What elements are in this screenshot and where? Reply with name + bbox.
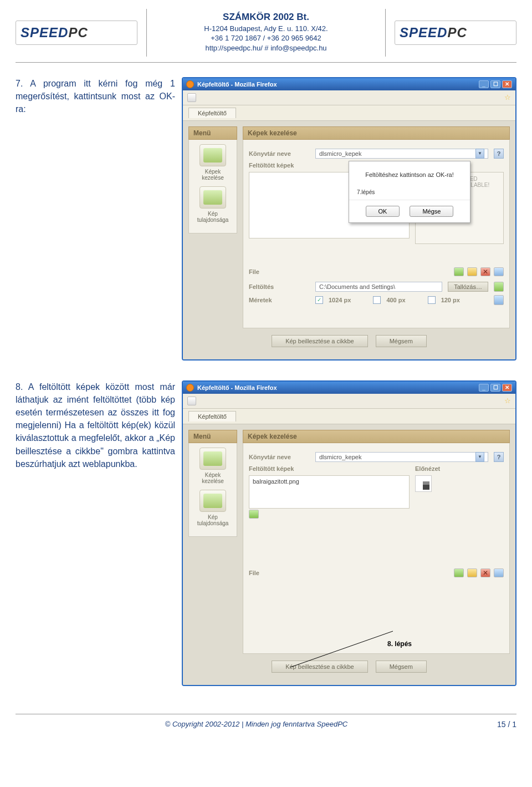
dialog-step-label: 7.lépés: [357, 189, 462, 195]
company-name: SZÁMKÖR 2002 Bt.: [152, 11, 380, 24]
directory-select[interactable]: dlsmicro_kepek ▼: [315, 149, 488, 159]
company-web: http://speedpc.hu/ # info@speedpc.hu: [152, 43, 380, 53]
copyright: © Copyright 2002-2012 | Minden jog fennt…: [165, 720, 348, 728]
page-number: 15 / 1: [497, 720, 516, 729]
label-directory: Könyvtár neve: [249, 150, 310, 157]
step-7-row: 7. A program itt kérni fog még 1 megerős…: [16, 77, 516, 361]
window-titlebar: Képfeltöltő - Mozilla Firefox _ ☐ ✕: [183, 78, 515, 90]
directory-select[interactable]: dlsmicro_kepek ▼: [315, 452, 488, 462]
label-uploaded: Feltöltött képek: [249, 162, 294, 169]
checkbox-120[interactable]: [428, 296, 436, 304]
step-8-row: 8. A feltöltött képek között most már lá…: [16, 380, 516, 686]
main-panel: Képek kezelése Könyvtár neve dlsmicro_ke…: [243, 430, 510, 654]
sidebar-item-properties[interactable]: Kép tulajdonsága: [193, 186, 232, 223]
label-uploaded: Feltöltött képek: [249, 465, 294, 472]
label-preview: Előnézet: [415, 465, 440, 472]
add-icon[interactable]: [454, 568, 464, 577]
main-header: Képek kezelése: [243, 126, 510, 140]
sidebar-header: Menü: [188, 126, 237, 140]
maximize-icon[interactable]: ☐: [490, 80, 500, 88]
cancel-button[interactable]: Mégse: [410, 206, 453, 217]
step-7-text: 7. A program itt kérni fog még 1 megerős…: [16, 77, 182, 116]
info-icon[interactable]: [494, 568, 504, 577]
main-header: Képek kezelése: [243, 430, 510, 443]
window-titlebar: Képfeltöltő - Mozilla Firefox _ ☐ ✕: [183, 382, 515, 394]
help-sizes-icon[interactable]: [494, 295, 504, 305]
images-icon: [200, 144, 226, 166]
confirm-dialog: Feltöltéshez kattintson az OK-ra! 7.lépé…: [349, 161, 470, 223]
company-address: H-1204 Budapest, Ady E. u. 110. X/42.: [152, 24, 380, 34]
page-icon: [187, 93, 196, 102]
sidebar-item-images[interactable]: Képek kezelése: [193, 144, 232, 181]
label-file: File: [249, 570, 310, 576]
go-icon[interactable]: [494, 282, 504, 292]
svg-line-0: [290, 631, 393, 667]
label-file: File: [249, 268, 310, 275]
add-icon[interactable]: [454, 267, 464, 276]
help-icon[interactable]: ?: [494, 149, 504, 159]
logo-right: SPEEDPC: [395, 21, 516, 45]
label-directory: Könyvtár neve: [249, 454, 310, 460]
footer-cancel-button[interactable]: Mégsem: [376, 335, 427, 347]
upload-path[interactable]: C:\Documents and Settings\: [315, 282, 442, 292]
sidebar-item-properties[interactable]: Kép tulajdonsága: [193, 490, 232, 526]
screenshot-1: Képfeltöltő - Mozilla Firefox _ ☐ ✕ ☆ Ké…: [182, 77, 516, 361]
info-icon[interactable]: [494, 267, 504, 276]
close-icon[interactable]: ✕: [502, 80, 512, 88]
properties-icon: [200, 490, 226, 512]
main-panel: Képek kezelése Feltöltéshez kattintson a…: [243, 126, 510, 328]
company-info: SZÁMKÖR 2002 Bt. H-1204 Budapest, Ady E.…: [146, 9, 386, 57]
browser-toolbar: ☆: [183, 394, 515, 409]
firefox-icon: [186, 80, 194, 88]
ok-button[interactable]: OK: [366, 206, 400, 217]
tab-strip: Képfeltöltő: [183, 105, 515, 121]
uploaded-list[interactable]: balraigazitott.png: [249, 475, 410, 509]
list-item[interactable]: balraigazitott.png: [253, 478, 299, 485]
arrow-line-icon: [288, 626, 398, 670]
window-title: Képfeltöltő - Mozilla Firefox: [197, 384, 277, 391]
page-footer: © Copyright 2002-2012 | Minden jog fennt…: [16, 714, 516, 728]
tab-active[interactable]: Képfeltöltő: [188, 108, 236, 118]
edit-icon[interactable]: [467, 568, 477, 577]
chevron-down-icon: ▼: [475, 452, 484, 462]
checkbox-400[interactable]: [373, 296, 381, 304]
page-header: SPEEDPC SZÁMKÖR 2002 Bt. H-1204 Budapest…: [16, 7, 516, 63]
sidebar: Menü Képek kezelése Kép tulajdonsága: [188, 126, 237, 328]
delete-icon[interactable]: ✕: [480, 568, 490, 577]
sidebar-item-images[interactable]: Képek kezelése: [193, 448, 232, 484]
help-icon[interactable]: ?: [494, 452, 504, 462]
checkbox-1024[interactable]: ✓: [315, 296, 323, 304]
sidebar: Menü Képek kezelése Kép tulajdonsága: [188, 430, 237, 654]
tab-active[interactable]: Képfeltöltő: [188, 411, 236, 422]
screenshot-2: Képfeltöltő - Mozilla Firefox _ ☐ ✕ ☆ Ké…: [182, 380, 516, 686]
delete-icon[interactable]: ✕: [480, 267, 490, 276]
thumbnail-icon: [415, 475, 432, 492]
properties-icon: [200, 186, 226, 209]
label-upload: Feltöltés: [249, 283, 310, 290]
browser-toolbar: ☆: [183, 90, 515, 105]
window-title: Képfeltöltő - Mozilla Firefox: [197, 81, 277, 88]
bookmark-icon[interactable]: ☆: [504, 397, 511, 405]
maximize-icon[interactable]: ☐: [490, 384, 500, 392]
minimize-icon[interactable]: _: [479, 80, 489, 88]
bookmark-icon[interactable]: ☆: [504, 93, 511, 101]
edit-icon[interactable]: [467, 267, 477, 276]
step-8-text: 8. A feltöltött képek között most már lá…: [16, 380, 182, 470]
sidebar-header: Menü: [188, 430, 237, 443]
arrow-right-icon[interactable]: [249, 510, 259, 519]
logo-left: SPEEDPC: [16, 21, 137, 45]
minimize-icon[interactable]: _: [479, 384, 489, 392]
page-icon: [187, 397, 196, 405]
close-icon[interactable]: ✕: [502, 384, 512, 392]
firefox-icon: [186, 384, 194, 392]
images-icon: [200, 448, 226, 470]
label-sizes: Méretek: [249, 297, 310, 303]
tab-strip: Képfeltöltő: [183, 409, 515, 424]
dialog-message: Feltöltéshez kattintson az OK-ra!: [357, 171, 462, 178]
company-phone: +36 1 720 1867 / +36 20 965 9642: [152, 33, 380, 43]
browse-button[interactable]: Tallózás…: [448, 282, 488, 292]
insert-button[interactable]: Kép beillesztése a cikkbe: [272, 335, 368, 347]
chevron-down-icon: ▼: [475, 149, 484, 159]
